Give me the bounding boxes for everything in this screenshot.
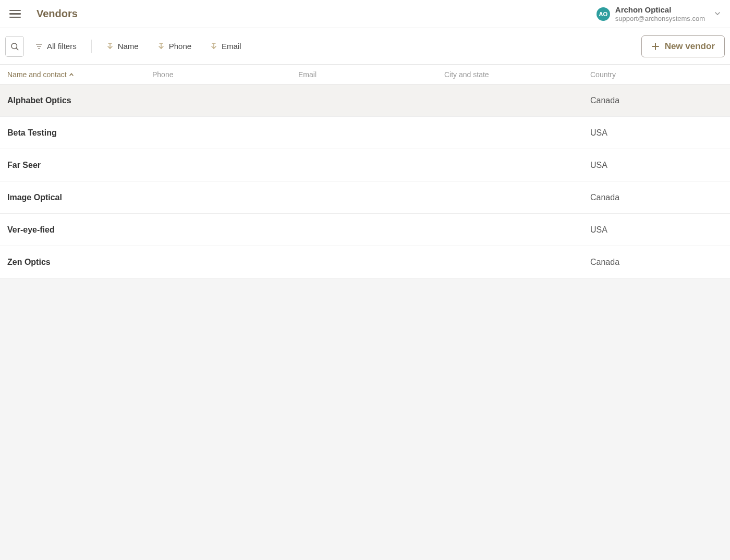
app-header: Vendors AO Archon Optical support@archon…: [0, 0, 730, 28]
all-filters-button[interactable]: All filters: [28, 38, 84, 55]
search-button[interactable]: [5, 36, 24, 57]
header-left: Vendors: [9, 8, 78, 20]
toolbar-divider: [91, 40, 92, 53]
filter-email[interactable]: Email: [203, 38, 249, 55]
cell-country: Canada: [590, 96, 723, 105]
account-menu[interactable]: AO Archon Optical support@archonsystems.…: [597, 5, 721, 23]
filter-phone-label: Phone: [169, 42, 191, 51]
chevron-down-icon: [714, 9, 721, 19]
account-name: Archon Optical: [615, 5, 705, 15]
svg-line-1: [16, 48, 18, 50]
cell-country: USA: [590, 225, 723, 235]
account-text: Archon Optical support@archonsystems.com: [615, 5, 705, 23]
filter-name-label: Name: [118, 42, 139, 51]
column-email-label: Email: [298, 70, 317, 79]
column-name-label: Name and contact: [7, 70, 67, 79]
account-email: support@archonsystems.com: [615, 15, 705, 23]
table-row[interactable]: Ver-eye-fiedUSA: [0, 214, 730, 246]
cell-country: Canada: [590, 258, 723, 267]
cell-name: Ver-eye-fied: [7, 225, 152, 235]
table-body: Alphabet OpticsCanadaBeta TestingUSAFar …: [0, 84, 730, 278]
column-city[interactable]: City and state: [444, 70, 590, 79]
filter-arrow-icon: [210, 42, 217, 51]
all-filters-label: All filters: [47, 42, 77, 51]
filter-arrow-icon: [157, 42, 165, 51]
column-phone-label: Phone: [152, 70, 173, 79]
table-row[interactable]: Beta TestingUSA: [0, 117, 730, 149]
cell-country: USA: [590, 161, 723, 170]
column-city-label: City and state: [444, 70, 489, 79]
cell-country: Canada: [590, 193, 723, 202]
filter-phone[interactable]: Phone: [150, 38, 199, 55]
new-vendor-button[interactable]: New vendor: [641, 35, 725, 57]
table-header: Name and contact Phone Email City and st…: [0, 65, 730, 84]
toolbar: All filters Name Phone Email New vendor: [0, 28, 730, 65]
cell-name: Alphabet Optics: [7, 96, 152, 105]
cell-name: Image Optical: [7, 193, 152, 202]
column-email[interactable]: Email: [298, 70, 444, 79]
column-phone[interactable]: Phone: [152, 70, 298, 79]
menu-button[interactable]: [9, 8, 22, 20]
avatar: AO: [597, 7, 610, 21]
new-vendor-label: New vendor: [665, 41, 715, 52]
cell-name: Beta Testing: [7, 128, 152, 138]
cell-country: USA: [590, 128, 723, 138]
sort-asc-icon: [69, 70, 74, 79]
page-title: Vendors: [36, 8, 78, 20]
table-row[interactable]: Zen OpticsCanada: [0, 246, 730, 278]
cell-name: Zen Optics: [7, 258, 152, 267]
table-row[interactable]: Far SeerUSA: [0, 149, 730, 181]
table-row[interactable]: Alphabet OpticsCanada: [0, 84, 730, 117]
filter-email-label: Email: [222, 42, 241, 51]
cell-name: Far Seer: [7, 161, 152, 170]
column-name[interactable]: Name and contact: [7, 70, 152, 79]
table-row[interactable]: Image OpticalCanada: [0, 181, 730, 214]
filter-lines-icon: [35, 43, 43, 50]
filter-arrow-icon: [106, 42, 114, 51]
filter-name[interactable]: Name: [99, 38, 146, 55]
toolbar-left: All filters Name Phone Email: [5, 36, 249, 57]
column-country[interactable]: Country: [590, 70, 723, 79]
column-country-label: Country: [590, 70, 616, 79]
